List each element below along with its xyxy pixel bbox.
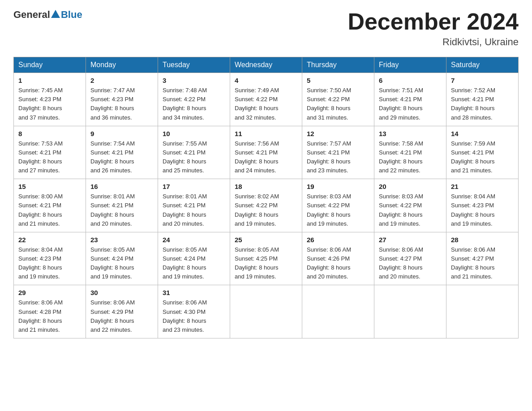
calendar-cell: 12 Sunrise: 7:57 AMSunset: 4:21 PMDaylig… xyxy=(302,126,374,179)
day-number: 14 xyxy=(451,130,514,137)
month-title: December 2024 xyxy=(348,9,519,34)
logo-blue-text: Blue xyxy=(61,9,82,21)
day-number: 29 xyxy=(18,289,81,296)
day-info: Sunrise: 8:05 AMSunset: 4:24 PMDaylight:… xyxy=(163,246,207,280)
calendar-cell: 5 Sunrise: 7:50 AMSunset: 4:22 PMDayligh… xyxy=(302,73,374,126)
day-number: 11 xyxy=(235,130,297,137)
calendar-cell: 25 Sunrise: 8:05 AMSunset: 4:25 PMDaylig… xyxy=(230,232,302,285)
title-area: December 2024 Ridkivtsi, Ukraine xyxy=(348,9,519,48)
day-info: Sunrise: 7:53 AMSunset: 4:21 PMDaylight:… xyxy=(18,140,63,174)
day-number: 5 xyxy=(307,77,369,84)
day-info: Sunrise: 7:50 AMSunset: 4:22 PMDaylight:… xyxy=(307,87,351,120)
day-info: Sunrise: 7:58 AMSunset: 4:21 PMDaylight:… xyxy=(379,140,423,174)
day-info: Sunrise: 7:55 AMSunset: 4:21 PMDaylight:… xyxy=(163,140,207,174)
calendar-cell: 9 Sunrise: 7:54 AMSunset: 4:21 PMDayligh… xyxy=(86,126,158,179)
calendar-cell: 21 Sunrise: 8:04 AMSunset: 4:23 PMDaylig… xyxy=(446,179,519,232)
day-info: Sunrise: 7:57 AMSunset: 4:21 PMDaylight:… xyxy=(307,140,351,174)
day-info: Sunrise: 7:47 AMSunset: 4:23 PMDaylight:… xyxy=(90,87,135,120)
calendar-cell: 3 Sunrise: 7:48 AMSunset: 4:22 PMDayligh… xyxy=(158,73,230,126)
day-info: Sunrise: 7:56 AMSunset: 4:21 PMDaylight:… xyxy=(235,140,279,174)
calendar-cell: 10 Sunrise: 7:55 AMSunset: 4:21 PMDaylig… xyxy=(158,126,230,179)
logo-general-text: General xyxy=(13,9,50,21)
calendar-cell: 22 Sunrise: 8:04 AMSunset: 4:23 PMDaylig… xyxy=(14,232,86,285)
week-row-3: 15 Sunrise: 8:00 AMSunset: 4:21 PMDaylig… xyxy=(14,179,519,232)
day-number: 31 xyxy=(163,289,225,296)
calendar-cell: 8 Sunrise: 7:53 AMSunset: 4:21 PMDayligh… xyxy=(14,126,86,179)
calendar-cell: 19 Sunrise: 8:03 AMSunset: 4:22 PMDaylig… xyxy=(302,179,374,232)
calendar-cell: 6 Sunrise: 7:51 AMSunset: 4:21 PMDayligh… xyxy=(374,73,446,126)
calendar-cell: 17 Sunrise: 8:01 AMSunset: 4:21 PMDaylig… xyxy=(158,179,230,232)
day-number: 3 xyxy=(163,77,225,84)
days-header-row: SundayMondayTuesdayWednesdayThursdayFrid… xyxy=(14,57,519,73)
day-number: 24 xyxy=(163,236,225,244)
calendar-cell: 11 Sunrise: 7:56 AMSunset: 4:21 PMDaylig… xyxy=(230,126,302,179)
day-header-wednesday: Wednesday xyxy=(230,57,302,73)
day-number: 17 xyxy=(163,183,225,190)
calendar-cell: 30 Sunrise: 8:06 AMSunset: 4:29 PMDaylig… xyxy=(86,285,158,338)
day-info: Sunrise: 7:49 AMSunset: 4:22 PMDaylight:… xyxy=(235,87,279,120)
calendar-cell: 1 Sunrise: 7:45 AMSunset: 4:23 PMDayligh… xyxy=(14,73,86,126)
calendar-table: SundayMondayTuesdayWednesdayThursdayFrid… xyxy=(13,57,519,338)
day-header-thursday: Thursday xyxy=(302,57,374,73)
day-number: 2 xyxy=(90,77,153,84)
calendar-cell: 4 Sunrise: 7:49 AMSunset: 4:22 PMDayligh… xyxy=(230,73,302,126)
day-header-friday: Friday xyxy=(374,57,446,73)
day-info: Sunrise: 8:04 AMSunset: 4:23 PMDaylight:… xyxy=(451,193,495,227)
day-number: 23 xyxy=(90,236,153,244)
location-title: Ridkivtsi, Ukraine xyxy=(348,36,519,48)
calendar-cell: 28 Sunrise: 8:06 AMSunset: 4:27 PMDaylig… xyxy=(446,232,519,285)
day-number: 30 xyxy=(90,289,153,296)
day-info: Sunrise: 8:05 AMSunset: 4:24 PMDaylight:… xyxy=(90,246,135,280)
logo-text: General Blue xyxy=(13,9,82,21)
calendar-cell xyxy=(302,285,374,338)
day-info: Sunrise: 8:06 AMSunset: 4:28 PMDaylight:… xyxy=(18,299,63,333)
calendar-cell: 2 Sunrise: 7:47 AMSunset: 4:23 PMDayligh… xyxy=(86,73,158,126)
day-header-sunday: Sunday xyxy=(14,57,86,73)
day-number: 1 xyxy=(18,77,81,84)
week-row-2: 8 Sunrise: 7:53 AMSunset: 4:21 PMDayligh… xyxy=(14,126,519,179)
day-info: Sunrise: 7:45 AMSunset: 4:23 PMDaylight:… xyxy=(18,87,63,120)
day-info: Sunrise: 8:03 AMSunset: 4:22 PMDaylight:… xyxy=(379,193,423,227)
week-row-1: 1 Sunrise: 7:45 AMSunset: 4:23 PMDayligh… xyxy=(14,73,519,126)
calendar-cell: 13 Sunrise: 7:58 AMSunset: 4:21 PMDaylig… xyxy=(374,126,446,179)
logo: General Blue xyxy=(13,9,82,21)
calendar-cell: 16 Sunrise: 8:01 AMSunset: 4:21 PMDaylig… xyxy=(86,179,158,232)
day-info: Sunrise: 8:05 AMSunset: 4:25 PMDaylight:… xyxy=(235,246,279,280)
day-header-monday: Monday xyxy=(86,57,158,73)
day-number: 22 xyxy=(18,236,81,244)
day-info: Sunrise: 8:06 AMSunset: 4:29 PMDaylight:… xyxy=(90,299,135,333)
day-number: 27 xyxy=(379,236,442,244)
day-info: Sunrise: 7:51 AMSunset: 4:21 PMDaylight:… xyxy=(379,87,423,120)
day-info: Sunrise: 7:48 AMSunset: 4:22 PMDaylight:… xyxy=(163,87,207,120)
day-info: Sunrise: 8:01 AMSunset: 4:21 PMDaylight:… xyxy=(163,193,207,227)
day-header-saturday: Saturday xyxy=(446,57,519,73)
calendar-cell: 23 Sunrise: 8:05 AMSunset: 4:24 PMDaylig… xyxy=(86,232,158,285)
day-info: Sunrise: 7:59 AMSunset: 4:21 PMDaylight:… xyxy=(451,140,495,174)
day-info: Sunrise: 8:03 AMSunset: 4:22 PMDaylight:… xyxy=(307,193,351,227)
day-number: 18 xyxy=(235,183,297,190)
day-number: 7 xyxy=(451,77,514,84)
calendar-cell: 14 Sunrise: 7:59 AMSunset: 4:21 PMDaylig… xyxy=(446,126,519,179)
day-info: Sunrise: 8:01 AMSunset: 4:21 PMDaylight:… xyxy=(90,193,135,227)
calendar-cell: 18 Sunrise: 8:02 AMSunset: 4:22 PMDaylig… xyxy=(230,179,302,232)
day-number: 8 xyxy=(18,130,81,137)
day-info: Sunrise: 8:06 AMSunset: 4:26 PMDaylight:… xyxy=(307,246,351,280)
header: General Blue December 2024 Ridkivtsi, Uk… xyxy=(13,9,519,48)
day-header-tuesday: Tuesday xyxy=(158,57,230,73)
logo-triangle-icon xyxy=(51,10,60,18)
day-number: 21 xyxy=(451,183,514,190)
day-number: 10 xyxy=(163,130,225,137)
week-row-4: 22 Sunrise: 8:04 AMSunset: 4:23 PMDaylig… xyxy=(14,232,519,285)
day-number: 25 xyxy=(235,236,297,244)
calendar-cell: 29 Sunrise: 8:06 AMSunset: 4:28 PMDaylig… xyxy=(14,285,86,338)
calendar-cell xyxy=(374,285,446,338)
day-number: 20 xyxy=(379,183,442,190)
day-number: 16 xyxy=(90,183,153,190)
day-info: Sunrise: 8:02 AMSunset: 4:22 PMDaylight:… xyxy=(235,193,279,227)
day-number: 15 xyxy=(18,183,81,190)
day-number: 9 xyxy=(90,130,153,137)
day-number: 26 xyxy=(307,236,369,244)
day-info: Sunrise: 7:52 AMSunset: 4:21 PMDaylight:… xyxy=(451,87,495,120)
day-info: Sunrise: 8:06 AMSunset: 4:27 PMDaylight:… xyxy=(379,246,423,280)
calendar-cell: 20 Sunrise: 8:03 AMSunset: 4:22 PMDaylig… xyxy=(374,179,446,232)
